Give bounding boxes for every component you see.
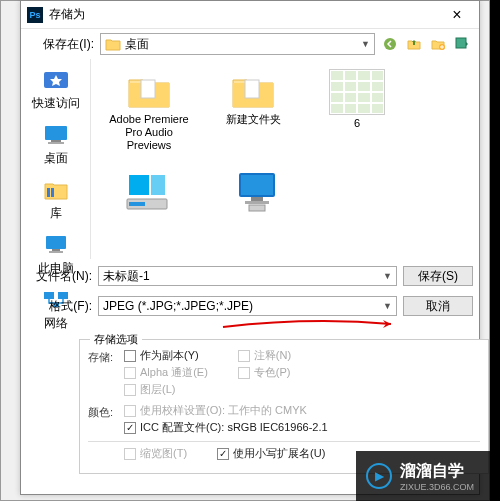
save-in-label: 保存在(I): (29, 36, 94, 53)
chevron-down-icon: ▼ (383, 271, 392, 281)
format-label: 格式(F): (27, 298, 92, 315)
folder-icon (105, 37, 121, 51)
svg-rect-18 (151, 175, 165, 195)
thumbnail-checkbox: 缩览图(T) (124, 446, 187, 461)
places-library[interactable]: 库 (40, 177, 72, 222)
svg-rect-20 (129, 202, 145, 206)
file-item-folder[interactable]: Adobe Premiere Pro Audio Previews (99, 69, 199, 153)
file-item-pc[interactable] (207, 169, 307, 213)
watermark-url: ZIXUE.3D66.COM (400, 482, 474, 492)
monitor-icon (233, 169, 281, 213)
close-button[interactable]: × (441, 6, 473, 24)
color-label: 颜色: (88, 403, 124, 420)
view-menu-button[interactable] (453, 35, 471, 53)
places-bar: 快速访问 桌面 库 此电脑 网络 (21, 59, 91, 259)
places-label: 库 (50, 205, 62, 222)
icc-checkbox[interactable]: ✓ICC 配置文件(C): sRGB IEC61966-2.1 (124, 420, 328, 435)
svg-rect-9 (46, 236, 66, 249)
svg-point-0 (384, 38, 396, 50)
play-icon: ▶ (366, 463, 392, 489)
places-desktop[interactable]: 桌面 (40, 122, 72, 167)
svg-rect-25 (249, 205, 265, 211)
svg-rect-15 (141, 80, 155, 98)
divider (88, 441, 480, 442)
svg-rect-22 (241, 175, 273, 195)
svg-rect-10 (52, 249, 60, 251)
file-item-folder[interactable]: 新建文件夹 (203, 69, 303, 153)
image-thumbnail (329, 69, 385, 115)
quick-access-icon (40, 67, 72, 93)
back-button[interactable] (381, 35, 399, 53)
up-button[interactable] (405, 35, 423, 53)
svg-rect-7 (47, 188, 50, 197)
lowercase-ext-checkbox[interactable]: ✓使用小写扩展名(U) (217, 446, 325, 461)
desktop-icon (40, 122, 72, 148)
annotation-arrow (221, 319, 396, 331)
store-label: 存储: (88, 348, 124, 365)
svg-rect-16 (245, 80, 259, 98)
places-quick-access[interactable]: 快速访问 (32, 67, 80, 112)
save-options-title: 存储选项 (90, 332, 142, 347)
places-label: 网络 (44, 315, 68, 332)
new-folder-button[interactable] (429, 35, 447, 53)
folder-icon (229, 69, 277, 111)
format-row: 格式(F): JPEG (*.JPG;*.JPEG;*.JPE) ▼ 取消 (27, 293, 473, 319)
save-as-dialog: Ps 存储为 × 保存在(I): 桌面 ▼ 快速访问 桌面 (20, 0, 480, 495)
location-dropdown[interactable]: 桌面 ▼ (100, 33, 375, 55)
svg-rect-11 (49, 251, 63, 253)
svg-rect-8 (51, 188, 54, 197)
chevron-down-icon: ▼ (361, 39, 370, 49)
filename-row: 文件名(N): 未标题-1 ▼ 保存(S) (27, 263, 473, 289)
proof-checkbox: 使用校样设置(O): 工作中的 CMYK (124, 403, 328, 418)
svg-rect-17 (129, 175, 149, 195)
library-icon (40, 177, 72, 203)
browse-area: 快速访问 桌面 库 此电脑 网络 Adobe Premiere Pr (21, 59, 479, 259)
format-dropdown[interactable]: JPEG (*.JPG;*.JPEG;*.JPE) ▼ (98, 296, 397, 316)
svg-rect-24 (245, 201, 269, 204)
location-value: 桌面 (125, 36, 361, 53)
watermark-overlay: ▶ 溜溜自学 ZIXUE.3D66.COM (356, 451, 500, 501)
window-title: 存储为 (49, 6, 441, 23)
file-label: Adobe Premiere Pro Audio Previews (102, 113, 196, 153)
filename-input[interactable]: 未标题-1 ▼ (98, 266, 397, 286)
alpha-checkbox: Alpha 通道(E) (124, 365, 208, 380)
watermark-brand: 溜溜自学 (400, 461, 474, 482)
spot-checkbox: 专色(P) (238, 365, 291, 380)
titlebar: Ps 存储为 × (21, 1, 479, 29)
file-item-drive[interactable] (97, 169, 197, 213)
format-value: JPEG (*.JPG;*.JPEG;*.JPE) (103, 299, 253, 313)
svg-rect-4 (45, 126, 67, 140)
file-item-image[interactable]: 6 (307, 69, 407, 153)
filename-value: 未标题-1 (103, 268, 150, 285)
svg-rect-6 (48, 142, 64, 144)
save-in-row: 保存在(I): 桌面 ▼ (21, 29, 479, 59)
this-pc-icon (40, 232, 72, 258)
svg-rect-2 (456, 38, 466, 48)
file-label: 新建文件夹 (226, 113, 281, 126)
drive-icon (123, 169, 171, 213)
folder-icon (125, 69, 173, 111)
layers-checkbox: 图层(L) (124, 382, 208, 397)
file-label: 6 (354, 117, 360, 130)
svg-rect-5 (51, 140, 61, 142)
file-list[interactable]: Adobe Premiere Pro Audio Previews 新建文件夹 … (91, 59, 479, 259)
places-label: 快速访问 (32, 95, 80, 112)
places-label: 桌面 (44, 150, 68, 167)
cancel-button[interactable]: 取消 (403, 296, 473, 316)
svg-rect-23 (251, 197, 263, 201)
filename-label: 文件名(N): (27, 268, 92, 285)
annotations-checkbox: 注释(N) (238, 348, 291, 363)
save-button[interactable]: 保存(S) (403, 266, 473, 286)
as-copy-checkbox[interactable]: 作为副本(Y) (124, 348, 208, 363)
photoshop-icon: Ps (27, 7, 43, 23)
toolbar-icons (381, 35, 471, 53)
chevron-down-icon: ▼ (383, 301, 392, 311)
